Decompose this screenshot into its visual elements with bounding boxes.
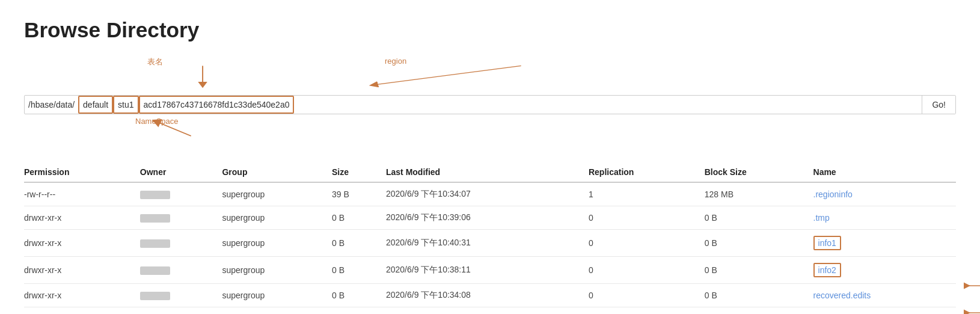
cell-size: 39 B	[332, 182, 386, 206]
cell-replication: 0	[589, 284, 705, 307]
cell-last-modified: 2020/6/9 下午10:40:31	[386, 230, 589, 257]
owner-placeholder	[140, 266, 170, 275]
cell-size: 0 B	[332, 284, 386, 307]
cell-name[interactable]: .regioninfo	[813, 182, 956, 206]
cell-last-modified: 2020/6/9 下午10:39:06	[386, 206, 589, 230]
cell-block-size: 0 B	[705, 257, 813, 284]
cell-name[interactable]: info1	[813, 230, 956, 257]
col-owner: Owner	[140, 162, 222, 182]
page-title: Browse Directory	[24, 18, 956, 42]
cell-name[interactable]: info2	[813, 257, 956, 284]
name-link[interactable]: info2	[813, 263, 841, 277]
name-link[interactable]: info1	[813, 236, 841, 250]
namespace-annotation-area: NameSpace	[24, 114, 956, 138]
cell-group: supergroup	[222, 230, 332, 257]
cell-permission: drwxr-xr-x	[24, 257, 140, 284]
table-row: drwxr-xr-xsupergroup0 B2020/6/9 下午10:40:…	[24, 230, 956, 257]
cell-permission: drwxr-xr-x	[24, 284, 140, 307]
col-size: Size	[332, 162, 386, 182]
name-link[interactable]: .regioninfo	[813, 189, 853, 199]
cell-group: supergroup	[222, 206, 332, 230]
directory-table: Permission Owner Group Size Last Modifie…	[24, 162, 956, 307]
biaoming-label: 表名	[147, 57, 163, 67]
cell-owner	[140, 230, 222, 257]
cell-block-size: 0 B	[705, 230, 813, 257]
cell-size: 0 B	[332, 230, 386, 257]
cell-group: supergroup	[222, 182, 332, 206]
cell-block-size: 128 MB	[705, 182, 813, 206]
cell-owner	[140, 182, 222, 206]
cell-last-modified: 2020/6/9 下午10:34:07	[386, 182, 589, 206]
cell-replication: 1	[589, 182, 705, 206]
cell-name[interactable]: .tmp	[813, 206, 956, 230]
table-row: drwxr-xr-xsupergroup0 B2020/6/9 下午10:34:…	[24, 284, 956, 307]
top-annotations: 表名 region	[24, 57, 956, 93]
cell-owner	[140, 284, 222, 307]
table-row: drwxr-xr-xsupergroup0 B2020/6/9 下午10:38:…	[24, 257, 956, 284]
cell-size: 0 B	[332, 206, 386, 230]
cell-replication: 0	[589, 206, 705, 230]
name-link[interactable]: recovered.edits	[813, 291, 871, 300]
path-table: stu1	[113, 96, 138, 114]
namespace-label: NameSpace	[135, 117, 179, 126]
cell-last-modified: 2020/6/9 下午10:34:08	[386, 284, 589, 307]
col2-annotation: 列簇2	[964, 307, 980, 314]
cell-replication: 0	[589, 257, 705, 284]
cell-block-size: 0 B	[705, 284, 813, 307]
col-name: Name	[813, 162, 956, 182]
owner-placeholder	[140, 191, 170, 199]
col-group: Group	[222, 162, 332, 182]
cell-owner	[140, 257, 222, 284]
col-last-modified: Last Modified	[386, 162, 589, 182]
table-row: -rw-r--r--supergroup39 B2020/6/9 下午10:34…	[24, 182, 956, 206]
cell-replication: 0	[589, 230, 705, 257]
svg-line-1	[373, 66, 521, 85]
owner-placeholder	[140, 292, 170, 300]
path-region: acd17867c43716678fd1c33de540e2a0	[139, 96, 295, 114]
go-button[interactable]: Go!	[922, 96, 955, 114]
cell-group: supergroup	[222, 284, 332, 307]
cell-owner	[140, 206, 222, 230]
path-section: 表名 region /hbase/data/ default stu1 acd1…	[24, 57, 956, 138]
path-bar: /hbase/data/ default stu1 acd17867c43716…	[24, 95, 956, 114]
cell-name[interactable]: recovered.edits	[813, 284, 956, 307]
cell-last-modified: 2020/6/9 下午10:38:11	[386, 257, 589, 284]
cell-permission: drwxr-xr-x	[24, 206, 140, 230]
table-header-row: Permission Owner Group Size Last Modifie…	[24, 162, 956, 182]
table-wrapper: Permission Owner Group Size Last Modifie…	[24, 162, 956, 307]
col-permission: Permission	[24, 162, 140, 182]
cell-group: supergroup	[222, 257, 332, 284]
path-namespace: default	[78, 96, 113, 114]
table-row: drwxr-xr-xsupergroup0 B2020/6/9 下午10:39:…	[24, 206, 956, 230]
col1-annotation: 列簇1	[964, 280, 980, 292]
owner-placeholder	[140, 239, 170, 248]
cell-size: 0 B	[332, 257, 386, 284]
cell-permission: -rw-r--r--	[24, 182, 140, 206]
cell-block-size: 0 B	[705, 206, 813, 230]
name-link[interactable]: .tmp	[813, 213, 830, 223]
region-label: region	[385, 57, 406, 66]
path-prefix: /hbase/data/	[25, 96, 78, 114]
col-replication: Replication	[589, 162, 705, 182]
cell-permission: drwxr-xr-x	[24, 230, 140, 257]
owner-placeholder	[140, 214, 170, 223]
col-block-size: Block Size	[705, 162, 813, 182]
